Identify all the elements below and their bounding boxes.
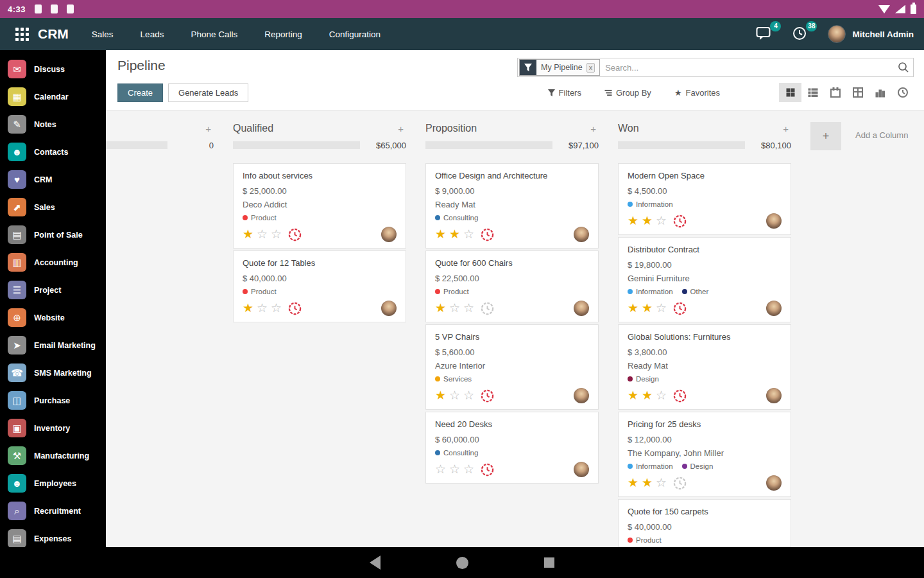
app-title[interactable]: CRM (38, 26, 69, 42)
search-input[interactable] (605, 63, 898, 73)
activity-clock-button[interactable] (673, 302, 687, 315)
facet-remove-button[interactable]: x (586, 63, 595, 73)
star-icon[interactable]: ☆ (271, 301, 282, 315)
home-button[interactable] (456, 557, 468, 569)
star-icon[interactable]: ☆ (656, 389, 667, 403)
sidebar-item-crm[interactable]: ♥CRM (0, 166, 106, 193)
activities-button[interactable]: 38 (792, 26, 811, 42)
star-icon[interactable]: ★ (435, 389, 446, 403)
priority-stars[interactable]: ★★☆ (628, 214, 667, 228)
sidebar-item-point-of-sale[interactable]: ▤Point of Sale (0, 221, 106, 249)
star-icon[interactable]: ★ (435, 301, 446, 315)
kanban-card-pricing-for-25-desks[interactable]: Pricing for 25 desks$ 12,000.00The Kompa… (618, 412, 791, 497)
search-icon[interactable] (898, 62, 909, 73)
star-icon[interactable]: ☆ (449, 301, 460, 315)
star-icon[interactable]: ★ (628, 301, 638, 315)
activity-clock-button[interactable] (673, 477, 687, 490)
sidebar-item-purchase[interactable]: ◫Purchase (0, 387, 106, 414)
star-icon[interactable]: ★ (435, 227, 446, 241)
activity-clock-button[interactable] (288, 302, 302, 315)
add-column-button[interactable]: + (810, 122, 841, 150)
salesperson-avatar[interactable] (766, 301, 782, 316)
star-icon[interactable]: ☆ (463, 462, 474, 477)
star-icon[interactable]: ☆ (449, 389, 460, 403)
back-button[interactable] (370, 556, 381, 570)
salesperson-avatar[interactable] (766, 475, 782, 491)
sidebar-item-website[interactable]: ⊕Website (0, 304, 106, 331)
priority-stars[interactable]: ★★☆ (628, 301, 667, 315)
column-progressbar[interactable] (233, 141, 360, 149)
kanban-card-quote-for-600-chairs[interactable]: Quote for 600 Chairs$ 22,500.00Product★☆… (425, 250, 599, 322)
kanban-card-distributor-contract[interactable]: Distributor Contract$ 19,800.00Gemini Fu… (618, 237, 791, 322)
sidebar-item-contacts[interactable]: ☻Contacts (0, 138, 106, 166)
quick-add-icon[interactable]: + (395, 123, 406, 134)
star-icon[interactable]: ☆ (656, 301, 667, 315)
kanban-card-need-20-desks[interactable]: Need 20 Desks$ 60,000.00Consulting☆☆☆ (425, 412, 599, 484)
sidebar-item-recruitment[interactable]: ⌕Recruitment (0, 497, 106, 525)
kanban-card-global-solutions-furnitures[interactable]: Global Solutions: Furnitures$ 3,800.00Re… (618, 324, 791, 410)
star-icon[interactable]: ☆ (463, 227, 474, 241)
salesperson-avatar[interactable] (574, 227, 589, 242)
star-icon[interactable]: ☆ (435, 462, 446, 477)
nav-menu-sales[interactable]: Sales (92, 30, 114, 39)
sidebar-item-expenses[interactable]: ▤Expenses (0, 525, 106, 547)
salesperson-avatar[interactable] (574, 462, 589, 477)
sidebar-item-sms-marketing[interactable]: ☎SMS Marketing (0, 359, 106, 387)
view-kanban-button[interactable] (779, 83, 801, 102)
nav-menu-reporting[interactable]: Reporting (264, 30, 302, 39)
search-facet[interactable]: My Pipeline x (519, 59, 600, 76)
star-icon[interactable]: ☆ (271, 227, 282, 241)
nav-menu-configuration[interactable]: Configuration (329, 30, 381, 39)
activity-clock-button[interactable] (481, 302, 494, 315)
star-icon[interactable]: ★ (243, 227, 253, 241)
column-progressbar[interactable] (618, 141, 745, 149)
favorites-menu[interactable]: ★ Favorites (674, 88, 720, 98)
nav-menu-phone-calls[interactable]: Phone Calls (191, 30, 237, 39)
generate-leads-button[interactable]: Generate Leads (168, 83, 248, 102)
priority-stars[interactable]: ★☆☆ (243, 301, 282, 315)
view-pivot-button[interactable] (846, 83, 869, 102)
priority-stars[interactable]: ★☆☆ (435, 389, 474, 403)
salesperson-avatar[interactable] (766, 388, 782, 403)
star-icon[interactable]: ★ (642, 389, 653, 403)
activity-clock-button[interactable] (481, 228, 494, 241)
sidebar-item-sales[interactable]: ⬈Sales (0, 193, 106, 221)
kanban-card-info-about-services[interactable]: Info about services$ 25,000.00Deco Addic… (233, 163, 406, 249)
view-calendar-button[interactable] (824, 83, 846, 102)
salesperson-avatar[interactable] (381, 227, 397, 242)
sidebar-item-email-marketing[interactable]: ➤Email Marketing (0, 331, 106, 359)
star-icon[interactable]: ☆ (449, 462, 460, 477)
activity-clock-button[interactable] (481, 389, 494, 403)
kanban-card-quote-for-12-tables[interactable]: Quote for 12 Tables$ 40,000.00Product★☆☆ (233, 250, 406, 322)
activity-clock-button[interactable] (481, 463, 494, 477)
salesperson-avatar[interactable] (574, 388, 589, 403)
sidebar-item-accounting[interactable]: ▥Accounting (0, 249, 106, 276)
priority-stars[interactable]: ★☆☆ (435, 301, 474, 315)
activity-clock-button[interactable] (288, 228, 302, 241)
kanban-card-5-vp-chairs[interactable]: 5 VP Chairs$ 5,600.00Azure InteriorServi… (425, 324, 599, 410)
kanban-card-office-design-and-architecture[interactable]: Office Design and Architecture$ 9,000.00… (425, 163, 599, 249)
star-icon[interactable]: ★ (243, 301, 253, 315)
activity-clock-button[interactable] (673, 389, 687, 403)
priority-stars[interactable]: ★★☆ (628, 389, 667, 403)
star-icon[interactable]: ☆ (257, 301, 268, 315)
star-icon[interactable]: ☆ (463, 301, 474, 315)
view-graph-button[interactable] (869, 83, 891, 102)
recents-button[interactable] (544, 557, 554, 568)
quick-add-icon[interactable]: + (780, 123, 791, 134)
star-icon[interactable]: ★ (628, 476, 638, 490)
view-activity-button[interactable] (891, 83, 914, 102)
sidebar-item-calendar[interactable]: ▦Calendar (0, 83, 106, 110)
sidebar-item-project[interactable]: ☰Project (0, 276, 106, 304)
quick-add-icon[interactable]: + (203, 123, 214, 134)
column-progressbar[interactable] (425, 141, 552, 149)
star-icon[interactable]: ☆ (463, 389, 474, 403)
column-progressbar[interactable] (106, 141, 167, 149)
sidebar-item-employees[interactable]: ☻Employees (0, 469, 106, 497)
activity-clock-button[interactable] (673, 215, 687, 228)
star-icon[interactable]: ★ (628, 389, 638, 403)
messages-button[interactable]: 4 (756, 26, 775, 42)
search-bar[interactable]: My Pipeline x (517, 58, 914, 77)
star-icon[interactable]: ★ (628, 214, 638, 228)
star-icon[interactable]: ★ (642, 301, 653, 315)
